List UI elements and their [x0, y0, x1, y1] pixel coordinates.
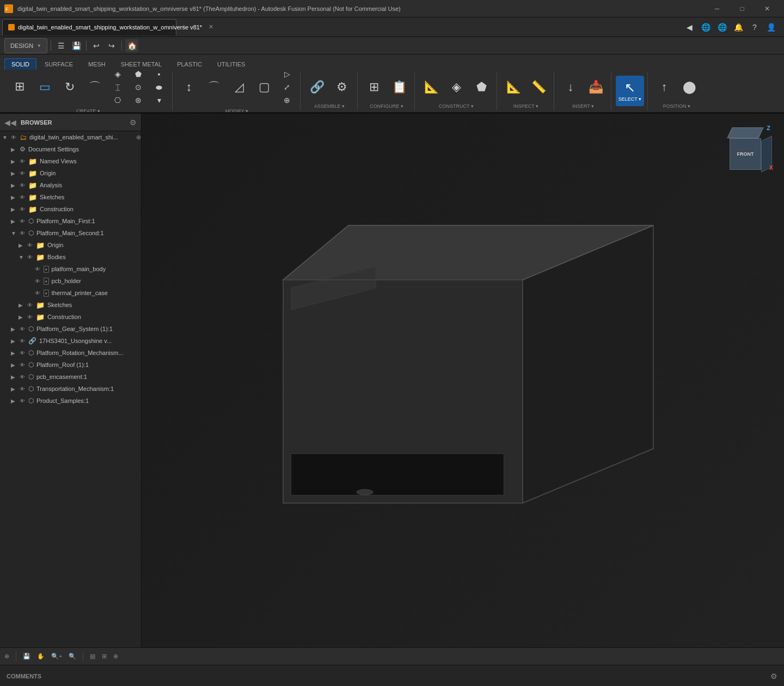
tool-scale[interactable]: ⤢ — [277, 81, 297, 93]
sb-display[interactable]: ▤ — [90, 653, 95, 660]
tool-insert1[interactable]: ↓ — [559, 73, 583, 101]
tool-inspect1[interactable]: 📐 — [501, 73, 525, 101]
qa-home[interactable]: 🏠 — [125, 39, 138, 52]
sb-save[interactable]: 💾 — [23, 653, 30, 660]
tool-construct1[interactable]: 📐 — [419, 73, 443, 101]
qa-new[interactable]: ☰ — [54, 39, 68, 52]
tree-item-analysis[interactable]: ▶ 👁 📁 Analysis — [0, 179, 141, 191]
sketches-arrow: ▶ — [11, 194, 19, 200]
tool-assemble[interactable]: ⚙ — [330, 73, 354, 101]
tree-item-named-views[interactable]: ▶ 👁 📁 Named Views — [0, 155, 141, 167]
tree-item-rotation-mechanism[interactable]: ▶ 👁 ⬡ Platform_Rotation_Mechanism... — [0, 347, 141, 359]
tool-new-component[interactable]: ⊞ — [8, 73, 32, 101]
tool-group-assemble: 🔗 ⚙ ASSEMBLE ▾ — [302, 71, 358, 111]
tool-sweep[interactable]: ⌒ — [83, 73, 107, 101]
tree-item-pcb-encasement[interactable]: ▶ 👁 ⬡ pcb_encasement:1 — [0, 371, 141, 383]
maximize-button[interactable]: □ — [730, 0, 755, 17]
orientation-cube[interactable]: Z FRONT X — [724, 125, 773, 174]
tree-item-platform-main-body[interactable]: 👁 ▪ platform_main_body — [0, 263, 141, 275]
tree-item-doc-settings[interactable]: ▶ ⚙ Document Settings — [0, 143, 141, 155]
tree-item-platform-main-first[interactable]: ▶ 👁 ⬡ Platform_Main_First:1 — [0, 215, 141, 227]
browser-collapse-icon[interactable]: ◀◀ — [4, 118, 16, 127]
tool-combine[interactable]: ⊕ — [277, 94, 297, 106]
tool-shell[interactable]: ▢ — [252, 73, 276, 101]
viewport[interactable]: Z FRONT X — [142, 114, 784, 647]
tree-item-17hs3401[interactable]: ▶ 👁 🔗 17HS3401_Usongshine v... — [0, 335, 141, 347]
prm-label: Platform_Rotation_Mechanism... — [36, 350, 141, 356]
close-button[interactable]: ✕ — [755, 0, 780, 17]
qa-redo[interactable]: ↪ — [105, 39, 118, 52]
tool-construct2[interactable]: ◈ — [444, 73, 468, 101]
tab-user[interactable]: 👤 — [764, 21, 777, 34]
sb-pan[interactable]: ✋ — [37, 653, 45, 660]
tool-extrude[interactable]: ▭ — [33, 73, 57, 101]
tree-item-platform-roof[interactable]: ▶ 👁 ⬡ Platform_Roof (1):1 — [0, 359, 141, 371]
tool-rib[interactable]: ⌶ — [108, 81, 127, 93]
tree-root[interactable]: ▼ 👁 🗂 digital_twin_enabled_smart_shi... … — [0, 131, 141, 143]
tree-item-origin-child[interactable]: ▶ 👁 📁 Origin — [0, 239, 141, 251]
sb-grid[interactable]: ⊞ — [102, 653, 107, 660]
new-tab-button[interactable]: + — [176, 20, 192, 35]
root-file-icon: 🗂 — [20, 133, 27, 142]
tool-draft[interactable]: ▷ — [277, 70, 297, 80]
tab-close-button[interactable]: ✕ — [209, 23, 213, 30]
tab-notifications[interactable]: 🔔 — [732, 21, 745, 34]
tool-select[interactable]: ↖ SELECT ▾ — [616, 76, 644, 106]
tool-thread[interactable]: ⊛ — [128, 94, 148, 106]
tool-construct3[interactable]: ⬟ — [469, 73, 493, 101]
tab-utilities[interactable]: UTILITIES — [210, 58, 252, 70]
tab-help[interactable]: ? — [748, 21, 761, 34]
tree-item-thermal-printer-case[interactable]: 👁 ▪ thermal_printer_case — [0, 287, 141, 299]
tool-cylinder[interactable]: ⬬ — [149, 81, 169, 93]
tool-press-pull[interactable]: ↕ — [177, 73, 201, 101]
tool-hole[interactable]: ⊙ — [128, 81, 148, 93]
tool-box[interactable]: ▪ — [149, 70, 169, 80]
design-mode-dropdown[interactable]: DESIGN ▼ — [4, 38, 47, 53]
active-tab[interactable]: digital_twin_enabled_smart_shipping_work… — [2, 19, 176, 35]
tool-chamfer[interactable]: ◿ — [227, 73, 251, 101]
tool-fillet[interactable]: ⌒ — [202, 73, 226, 101]
comments-settings-icon[interactable]: ⚙ — [770, 672, 777, 681]
tool-revolve[interactable]: ↻ — [58, 73, 82, 101]
tool-loft[interactable]: ◈ — [108, 70, 127, 80]
tree-item-construction-child[interactable]: ▶ 👁 📁 Construction — [0, 311, 141, 323]
tree-item-transportation[interactable]: ▶ 👁 ⬡ Transportation_Mechanism:1 — [0, 383, 141, 395]
sb-zoom-fit[interactable]: 🔍+ — [51, 653, 62, 660]
tree-item-pcb-holder[interactable]: 👁 ▪ pcb_holder — [0, 275, 141, 287]
tree-item-sketches-child[interactable]: ▶ 👁 📁 Sketches — [0, 299, 141, 311]
tool-inspect2[interactable]: 📏 — [526, 73, 550, 101]
tree-item-gear-system[interactable]: ▶ 👁 ⬡ Platform_Gear_System (1):1 — [0, 323, 141, 335]
tree-item-platform-main-second[interactable]: ▼ 👁 ⬡ Platform_Main_Second:1 — [0, 227, 141, 239]
tree-item-product-samples[interactable]: ▶ 👁 ⬡ Product_Samples:1 — [0, 395, 141, 407]
tab-mesh[interactable]: MESH — [81, 58, 113, 70]
scale-icon: ⤢ — [284, 83, 290, 91]
tool-configure1[interactable]: ⊞ — [362, 73, 386, 101]
tree-item-origin[interactable]: ▶ 👁 📁 Origin — [0, 167, 141, 179]
tool-position2[interactable]: ⬤ — [677, 73, 701, 101]
minimize-button[interactable]: ─ — [705, 0, 730, 17]
sb-navigate[interactable]: ⊕ — [4, 653, 9, 660]
tree-item-bodies[interactable]: ▼ 👁 📁 Bodies — [0, 251, 141, 263]
tab-sheet-metal[interactable]: SHEET METAL — [114, 58, 169, 70]
browser-settings-icon[interactable]: ⚙ — [130, 118, 137, 127]
tab-nav-left[interactable]: ◀ — [683, 21, 696, 34]
tool-emboss[interactable]: ⬟ — [128, 70, 148, 80]
tool-position1[interactable]: ↑ — [652, 73, 676, 101]
tool-web[interactable]: ⎔ — [108, 94, 127, 106]
modify-label: MODIFY ▾ — [225, 108, 248, 113]
tab-browser-button[interactable]: 🌐 — [699, 21, 712, 34]
tab-solid[interactable]: SOLID — [4, 58, 36, 70]
tree-item-sketches[interactable]: ▶ 👁 📁 Sketches — [0, 191, 141, 203]
tab-plastic[interactable]: PLASTIC — [170, 58, 209, 70]
qa-save[interactable]: 💾 — [70, 39, 83, 52]
sb-more[interactable]: ⊕ — [113, 653, 118, 660]
tool-configure2[interactable]: 📋 — [387, 73, 411, 101]
tool-insert2[interactable]: 📥 — [584, 73, 608, 101]
qa-undo[interactable]: ↩ — [90, 39, 103, 52]
tree-item-construction-root[interactable]: ▶ 👁 📁 Construction — [0, 203, 141, 215]
tool-more[interactable]: ▾ — [149, 94, 169, 106]
tab-surface[interactable]: SURFACE — [38, 58, 80, 70]
sb-zoom[interactable]: 🔍 — [69, 653, 76, 660]
tab-extensions[interactable]: 🌐 — [715, 21, 728, 34]
tool-joint[interactable]: 🔗 — [305, 73, 329, 101]
